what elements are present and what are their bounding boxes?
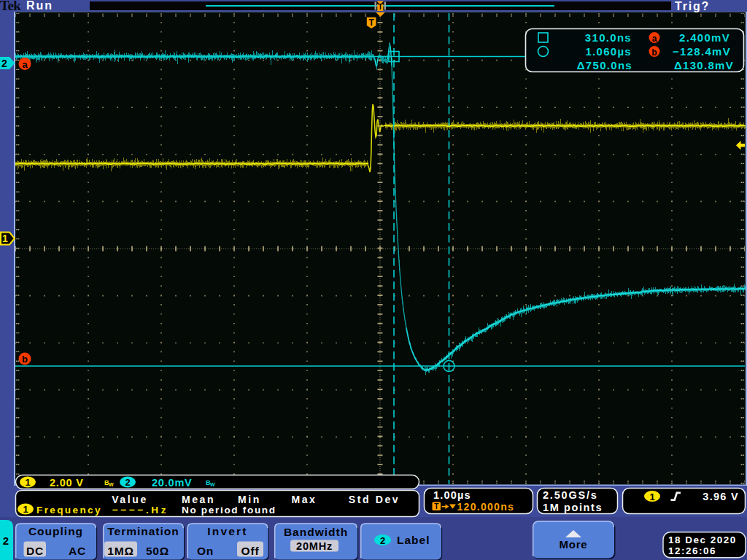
svg-text:2: 2: [3, 534, 9, 547]
svg-text:18 Dec 2020: 18 Dec 2020: [668, 534, 737, 545]
svg-text:Off: Off: [241, 545, 260, 557]
svg-text:1: 1: [2, 233, 8, 244]
svg-text:2: 2: [125, 477, 130, 488]
svg-text:2.00 V: 2.00 V: [50, 477, 84, 489]
svg-text:More: More: [559, 538, 587, 551]
svg-text:1: 1: [25, 477, 30, 488]
svg-text:Frequency: Frequency: [36, 505, 102, 516]
svg-text:Tek: Tek: [0, 0, 21, 13]
svg-text:T: T: [378, 3, 382, 11]
svg-text:50Ω: 50Ω: [146, 545, 169, 557]
svg-text:AC: AC: [69, 545, 86, 557]
svg-text:−128.4mV: −128.4mV: [673, 45, 731, 58]
svg-text:1: 1: [23, 504, 28, 515]
svg-text:1.00µs: 1.00µs: [433, 489, 471, 501]
svg-text:Std Dev: Std Dev: [349, 494, 400, 505]
svg-text:Termination: Termination: [107, 525, 179, 537]
svg-text:12:26:06: 12:26:06: [668, 545, 716, 556]
svg-text:Bandwidth: Bandwidth: [284, 526, 348, 538]
svg-text:W: W: [210, 482, 215, 487]
svg-text:W: W: [109, 482, 114, 487]
svg-text:T: T: [368, 18, 374, 28]
svg-text:2: 2: [380, 535, 385, 546]
svg-text:20MHz: 20MHz: [296, 540, 333, 552]
svg-text:Invert: Invert: [207, 525, 247, 537]
svg-text:2.400mV: 2.400mV: [679, 31, 730, 44]
svg-text:On: On: [197, 545, 214, 557]
svg-text:Label: Label: [397, 534, 430, 546]
svg-text:a: a: [22, 59, 28, 70]
svg-text:Δ750.0ns: Δ750.0ns: [577, 59, 632, 71]
svg-text:Trig?: Trig?: [675, 0, 710, 12]
svg-text:T: T: [434, 502, 438, 510]
svg-text:120.000ns: 120.000ns: [457, 501, 515, 513]
svg-text:1MΩ: 1MΩ: [107, 545, 133, 557]
svg-text:DC: DC: [26, 545, 44, 557]
svg-text:1M points: 1M points: [543, 502, 603, 513]
svg-text:20.0mV: 20.0mV: [152, 477, 193, 489]
svg-text:Δ130.8mV: Δ130.8mV: [674, 59, 734, 71]
svg-text:−−−−.Hz: −−−−.Hz: [112, 505, 169, 516]
svg-text:Max: Max: [291, 494, 317, 505]
svg-text:b: b: [651, 47, 657, 58]
svg-text:No period found: No period found: [182, 505, 276, 516]
svg-text:a: a: [652, 34, 657, 44]
svg-text:1: 1: [649, 491, 654, 502]
svg-text:2: 2: [1, 58, 7, 69]
svg-text:b: b: [22, 354, 28, 365]
svg-text:1.060µs: 1.060µs: [585, 45, 632, 58]
svg-text:Coupling: Coupling: [28, 525, 83, 537]
svg-text:3.96 V: 3.96 V: [703, 491, 739, 502]
svg-text:Run: Run: [26, 0, 53, 12]
svg-text:310.0ns: 310.0ns: [585, 31, 632, 44]
svg-text:2.50GS/s: 2.50GS/s: [543, 489, 598, 501]
